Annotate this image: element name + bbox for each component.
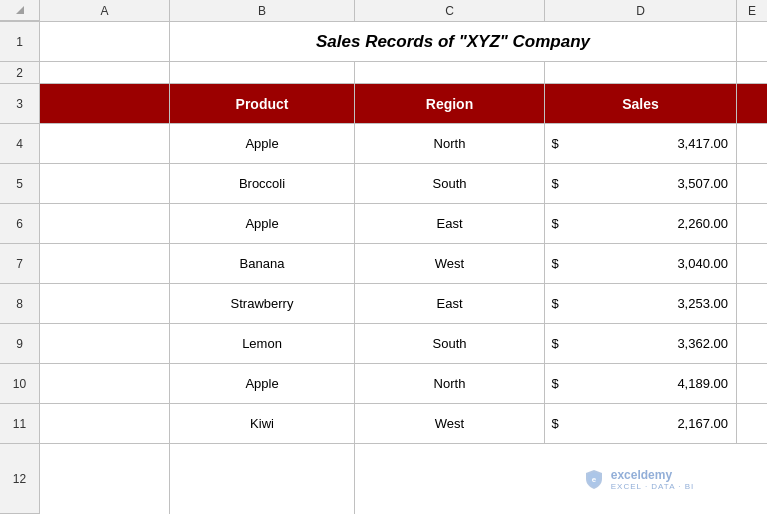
column-headers: A B C D E <box>0 0 767 22</box>
row-num-7[interactable]: 7 <box>0 244 40 284</box>
row-num-12[interactable]: 12 <box>0 444 40 514</box>
col-header-b[interactable]: B <box>170 0 355 21</box>
header-region: Region <box>355 84 545 123</box>
table-row: Apple East $ 2,260.00 <box>40 204 767 244</box>
watermark-logo-icon: e <box>583 468 605 490</box>
row-num-5[interactable]: 5 <box>0 164 40 204</box>
col-header-d[interactable]: D <box>545 0 737 21</box>
sales-10[interactable]: $ 4,189.00 <box>545 364 737 403</box>
cell-a3 <box>40 84 170 123</box>
cell-a5 <box>40 164 170 203</box>
cell-e11 <box>737 404 767 443</box>
dollar-7: $ <box>545 256 565 271</box>
cell-e9 <box>737 324 767 363</box>
row-num-8[interactable]: 8 <box>0 284 40 324</box>
cell-a10 <box>40 364 170 403</box>
dollar-10: $ <box>545 376 565 391</box>
row-numbers: 1 2 3 4 5 6 7 8 9 10 11 12 <box>0 22 40 514</box>
grid-body: 1 2 3 4 5 6 7 8 9 10 11 12 Sales Records… <box>0 22 767 514</box>
table-row: Apple North $ 3,417.00 <box>40 124 767 164</box>
cell-a11 <box>40 404 170 443</box>
table-row: Broccoli South $ 3,507.00 <box>40 164 767 204</box>
cell-e8 <box>737 284 767 323</box>
product-8[interactable]: Strawberry <box>170 284 355 323</box>
sales-5[interactable]: $ 3,507.00 <box>545 164 737 203</box>
cell-e10 <box>737 364 767 403</box>
cell-a1 <box>40 22 170 61</box>
cell-a8 <box>40 284 170 323</box>
product-6[interactable]: Apple <box>170 204 355 243</box>
table-header-row: Product Region Sales <box>40 84 767 124</box>
product-4[interactable]: Apple <box>170 124 355 163</box>
value-9: 3,362.00 <box>565 336 736 351</box>
product-10[interactable]: Apple <box>170 364 355 403</box>
cell-e7 <box>737 244 767 283</box>
table-row: Strawberry East $ 3,253.00 <box>40 284 767 324</box>
region-9[interactable]: South <box>355 324 545 363</box>
svg-text:e: e <box>591 475 596 484</box>
cell-a12 <box>40 444 170 514</box>
table-row: Apple North $ 4,189.00 <box>40 364 767 404</box>
cell-c2 <box>355 62 545 83</box>
cell-b2 <box>170 62 355 83</box>
corner-cell <box>0 0 40 21</box>
row-num-9[interactable]: 9 <box>0 324 40 364</box>
row-12: e exceldemy EXCEL · DATA · BI <box>40 444 767 514</box>
row-num-1[interactable]: 1 <box>0 22 40 62</box>
row-num-4[interactable]: 4 <box>0 124 40 164</box>
cell-a4 <box>40 124 170 163</box>
svg-marker-0 <box>16 6 24 14</box>
product-7[interactable]: Banana <box>170 244 355 283</box>
row-2 <box>40 62 767 84</box>
region-11[interactable]: West <box>355 404 545 443</box>
cell-a9 <box>40 324 170 363</box>
value-6: 2,260.00 <box>565 216 736 231</box>
watermark: e exceldemy EXCEL · DATA · BI <box>583 468 695 491</box>
region-7[interactable]: West <box>355 244 545 283</box>
value-4: 3,417.00 <box>565 136 736 151</box>
value-10: 4,189.00 <box>565 376 736 391</box>
col-header-c[interactable]: C <box>355 0 545 21</box>
product-11[interactable]: Kiwi <box>170 404 355 443</box>
value-11: 2,167.00 <box>565 416 736 431</box>
region-5[interactable]: South <box>355 164 545 203</box>
region-8[interactable]: East <box>355 284 545 323</box>
cell-a2 <box>40 62 170 83</box>
product-9[interactable]: Lemon <box>170 324 355 363</box>
sales-6[interactable]: $ 2,260.00 <box>545 204 737 243</box>
region-4[interactable]: North <box>355 124 545 163</box>
product-5[interactable]: Broccoli <box>170 164 355 203</box>
dollar-5: $ <box>545 176 565 191</box>
col-header-e[interactable]: E <box>737 0 767 21</box>
cell-e4 <box>737 124 767 163</box>
sales-11[interactable]: $ 2,167.00 <box>545 404 737 443</box>
value-8: 3,253.00 <box>565 296 736 311</box>
sales-9[interactable]: $ 3,362.00 <box>545 324 737 363</box>
dollar-6: $ <box>545 216 565 231</box>
value-7: 3,040.00 <box>565 256 736 271</box>
row-num-11[interactable]: 11 <box>0 404 40 444</box>
table-row: Lemon South $ 3,362.00 <box>40 324 767 364</box>
cell-e1 <box>737 22 767 61</box>
dollar-4: $ <box>545 136 565 151</box>
watermark-brand-text: exceldemy <box>611 468 695 482</box>
dollar-11: $ <box>545 416 565 431</box>
sales-7[interactable]: $ 3,040.00 <box>545 244 737 283</box>
col-header-a[interactable]: A <box>40 0 170 21</box>
row-num-3[interactable]: 3 <box>0 84 40 124</box>
cell-e2 <box>737 62 767 83</box>
row-num-2[interactable]: 2 <box>0 62 40 84</box>
row-num-6[interactable]: 6 <box>0 204 40 244</box>
region-10[interactable]: North <box>355 364 545 403</box>
sales-4[interactable]: $ 3,417.00 <box>545 124 737 163</box>
spreadsheet: A B C D E 1 2 3 4 5 6 7 8 9 10 11 12 <box>0 0 767 514</box>
watermark-text-group: exceldemy EXCEL · DATA · BI <box>611 468 695 491</box>
cell-a6 <box>40 204 170 243</box>
dollar-9: $ <box>545 336 565 351</box>
header-sales: Sales <box>545 84 737 123</box>
sales-8[interactable]: $ 3,253.00 <box>545 284 737 323</box>
row-num-10[interactable]: 10 <box>0 364 40 404</box>
value-5: 3,507.00 <box>565 176 736 191</box>
cell-e3 <box>737 84 767 123</box>
region-6[interactable]: East <box>355 204 545 243</box>
